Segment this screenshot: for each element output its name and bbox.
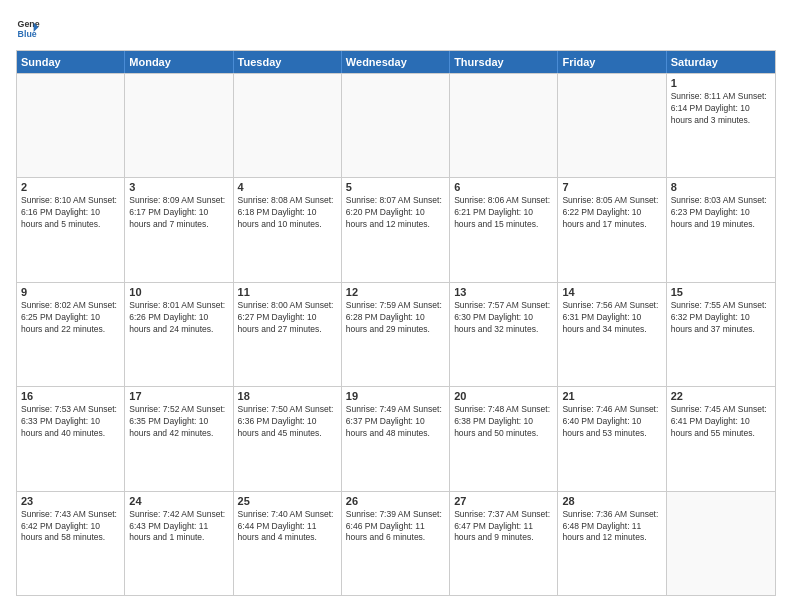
calendar-day-6: 6Sunrise: 8:06 AM Sunset: 6:21 PM Daylig… (450, 178, 558, 281)
day-number: 5 (346, 181, 445, 193)
calendar-day-empty (17, 74, 125, 177)
day-info: Sunrise: 7:50 AM Sunset: 6:36 PM Dayligh… (238, 404, 337, 440)
day-info: Sunrise: 8:02 AM Sunset: 6:25 PM Dayligh… (21, 300, 120, 336)
day-info: Sunrise: 8:11 AM Sunset: 6:14 PM Dayligh… (671, 91, 771, 127)
calendar-day-empty (125, 74, 233, 177)
calendar-day-15: 15Sunrise: 7:55 AM Sunset: 6:32 PM Dayli… (667, 283, 775, 386)
day-info: Sunrise: 7:45 AM Sunset: 6:41 PM Dayligh… (671, 404, 771, 440)
calendar-day-empty (234, 74, 342, 177)
calendar-day-13: 13Sunrise: 7:57 AM Sunset: 6:30 PM Dayli… (450, 283, 558, 386)
day-info: Sunrise: 7:55 AM Sunset: 6:32 PM Dayligh… (671, 300, 771, 336)
day-number: 2 (21, 181, 120, 193)
day-number: 16 (21, 390, 120, 402)
day-number: 14 (562, 286, 661, 298)
day-info: Sunrise: 8:06 AM Sunset: 6:21 PM Dayligh… (454, 195, 553, 231)
calendar-day-empty (342, 74, 450, 177)
calendar-day-12: 12Sunrise: 7:59 AM Sunset: 6:28 PM Dayli… (342, 283, 450, 386)
day-info: Sunrise: 7:46 AM Sunset: 6:40 PM Dayligh… (562, 404, 661, 440)
day-number: 22 (671, 390, 771, 402)
day-number: 4 (238, 181, 337, 193)
calendar-day-14: 14Sunrise: 7:56 AM Sunset: 6:31 PM Dayli… (558, 283, 666, 386)
calendar-day-16: 16Sunrise: 7:53 AM Sunset: 6:33 PM Dayli… (17, 387, 125, 490)
calendar-day-empty (450, 74, 558, 177)
day-number: 12 (346, 286, 445, 298)
day-number: 24 (129, 495, 228, 507)
calendar-day-28: 28Sunrise: 7:36 AM Sunset: 6:48 PM Dayli… (558, 492, 666, 595)
calendar-day-4: 4Sunrise: 8:08 AM Sunset: 6:18 PM Daylig… (234, 178, 342, 281)
day-number: 3 (129, 181, 228, 193)
calendar-header: SundayMondayTuesdayWednesdayThursdayFrid… (17, 51, 775, 73)
day-number: 9 (21, 286, 120, 298)
calendar-week-2: 2Sunrise: 8:10 AM Sunset: 6:16 PM Daylig… (17, 177, 775, 281)
calendar-day-empty (558, 74, 666, 177)
day-number: 19 (346, 390, 445, 402)
header-day-sunday: Sunday (17, 51, 125, 73)
day-number: 15 (671, 286, 771, 298)
calendar-week-4: 16Sunrise: 7:53 AM Sunset: 6:33 PM Dayli… (17, 386, 775, 490)
calendar-day-7: 7Sunrise: 8:05 AM Sunset: 6:22 PM Daylig… (558, 178, 666, 281)
day-number: 8 (671, 181, 771, 193)
day-number: 11 (238, 286, 337, 298)
calendar-day-10: 10Sunrise: 8:01 AM Sunset: 6:26 PM Dayli… (125, 283, 233, 386)
header-day-friday: Friday (558, 51, 666, 73)
header-day-wednesday: Wednesday (342, 51, 450, 73)
day-info: Sunrise: 8:00 AM Sunset: 6:27 PM Dayligh… (238, 300, 337, 336)
day-info: Sunrise: 8:07 AM Sunset: 6:20 PM Dayligh… (346, 195, 445, 231)
day-info: Sunrise: 7:39 AM Sunset: 6:46 PM Dayligh… (346, 509, 445, 545)
calendar-day-3: 3Sunrise: 8:09 AM Sunset: 6:17 PM Daylig… (125, 178, 233, 281)
calendar-body: 1Sunrise: 8:11 AM Sunset: 6:14 PM Daylig… (17, 73, 775, 595)
day-number: 1 (671, 77, 771, 89)
calendar-week-5: 23Sunrise: 7:43 AM Sunset: 6:42 PM Dayli… (17, 491, 775, 595)
day-number: 26 (346, 495, 445, 507)
calendar-day-11: 11Sunrise: 8:00 AM Sunset: 6:27 PM Dayli… (234, 283, 342, 386)
day-info: Sunrise: 7:59 AM Sunset: 6:28 PM Dayligh… (346, 300, 445, 336)
day-info: Sunrise: 8:03 AM Sunset: 6:23 PM Dayligh… (671, 195, 771, 231)
calendar-day-9: 9Sunrise: 8:02 AM Sunset: 6:25 PM Daylig… (17, 283, 125, 386)
header-day-saturday: Saturday (667, 51, 775, 73)
calendar-day-19: 19Sunrise: 7:49 AM Sunset: 6:37 PM Dayli… (342, 387, 450, 490)
header-day-tuesday: Tuesday (234, 51, 342, 73)
calendar-day-27: 27Sunrise: 7:37 AM Sunset: 6:47 PM Dayli… (450, 492, 558, 595)
calendar-day-1: 1Sunrise: 8:11 AM Sunset: 6:14 PM Daylig… (667, 74, 775, 177)
day-number: 21 (562, 390, 661, 402)
day-info: Sunrise: 7:36 AM Sunset: 6:48 PM Dayligh… (562, 509, 661, 545)
day-info: Sunrise: 8:01 AM Sunset: 6:26 PM Dayligh… (129, 300, 228, 336)
calendar-day-2: 2Sunrise: 8:10 AM Sunset: 6:16 PM Daylig… (17, 178, 125, 281)
calendar-day-5: 5Sunrise: 8:07 AM Sunset: 6:20 PM Daylig… (342, 178, 450, 281)
day-info: Sunrise: 8:09 AM Sunset: 6:17 PM Dayligh… (129, 195, 228, 231)
header-day-thursday: Thursday (450, 51, 558, 73)
calendar-day-18: 18Sunrise: 7:50 AM Sunset: 6:36 PM Dayli… (234, 387, 342, 490)
day-info: Sunrise: 7:53 AM Sunset: 6:33 PM Dayligh… (21, 404, 120, 440)
day-info: Sunrise: 7:40 AM Sunset: 6:44 PM Dayligh… (238, 509, 337, 545)
day-number: 17 (129, 390, 228, 402)
calendar-day-22: 22Sunrise: 7:45 AM Sunset: 6:41 PM Dayli… (667, 387, 775, 490)
day-info: Sunrise: 8:05 AM Sunset: 6:22 PM Dayligh… (562, 195, 661, 231)
day-number: 25 (238, 495, 337, 507)
day-info: Sunrise: 7:52 AM Sunset: 6:35 PM Dayligh… (129, 404, 228, 440)
header-day-monday: Monday (125, 51, 233, 73)
logo-icon: General Blue (16, 16, 40, 40)
day-info: Sunrise: 7:42 AM Sunset: 6:43 PM Dayligh… (129, 509, 228, 545)
header: General Blue (16, 16, 776, 40)
calendar-day-24: 24Sunrise: 7:42 AM Sunset: 6:43 PM Dayli… (125, 492, 233, 595)
day-number: 13 (454, 286, 553, 298)
calendar: SundayMondayTuesdayWednesdayThursdayFrid… (16, 50, 776, 596)
calendar-day-26: 26Sunrise: 7:39 AM Sunset: 6:46 PM Dayli… (342, 492, 450, 595)
calendar-day-23: 23Sunrise: 7:43 AM Sunset: 6:42 PM Dayli… (17, 492, 125, 595)
day-info: Sunrise: 7:56 AM Sunset: 6:31 PM Dayligh… (562, 300, 661, 336)
day-number: 23 (21, 495, 120, 507)
day-number: 28 (562, 495, 661, 507)
day-info: Sunrise: 7:37 AM Sunset: 6:47 PM Dayligh… (454, 509, 553, 545)
day-info: Sunrise: 7:49 AM Sunset: 6:37 PM Dayligh… (346, 404, 445, 440)
calendar-day-25: 25Sunrise: 7:40 AM Sunset: 6:44 PM Dayli… (234, 492, 342, 595)
day-info: Sunrise: 8:08 AM Sunset: 6:18 PM Dayligh… (238, 195, 337, 231)
day-number: 6 (454, 181, 553, 193)
calendar-week-3: 9Sunrise: 8:02 AM Sunset: 6:25 PM Daylig… (17, 282, 775, 386)
day-number: 10 (129, 286, 228, 298)
calendar-day-empty (667, 492, 775, 595)
logo: General Blue (16, 16, 44, 40)
page: General Blue SundayMondayTuesdayWednesda… (0, 0, 792, 612)
calendar-day-8: 8Sunrise: 8:03 AM Sunset: 6:23 PM Daylig… (667, 178, 775, 281)
calendar-day-17: 17Sunrise: 7:52 AM Sunset: 6:35 PM Dayli… (125, 387, 233, 490)
day-info: Sunrise: 8:10 AM Sunset: 6:16 PM Dayligh… (21, 195, 120, 231)
